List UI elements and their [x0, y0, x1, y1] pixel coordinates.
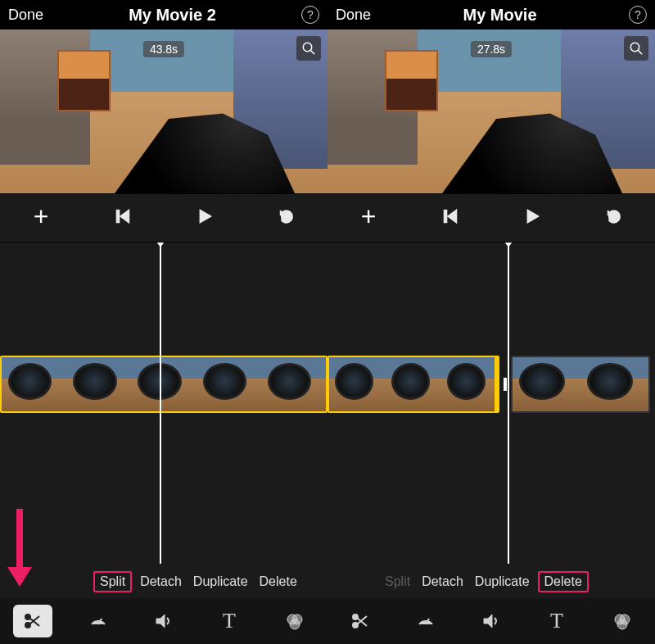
scissors-icon[interactable]: [341, 605, 380, 637]
video-clip-2[interactable]: [511, 356, 650, 413]
video-clip[interactable]: [0, 356, 328, 413]
bottom-toolbar: T: [328, 598, 655, 644]
clip-edit-actions: Split Detach Duplicate Delete: [328, 565, 655, 598]
skip-back-button[interactable]: [106, 207, 139, 229]
svg-point-27: [617, 619, 627, 629]
clip-edit-actions: Split Detach Duplicate Delete: [0, 565, 328, 598]
skip-back-button[interactable]: [434, 207, 467, 229]
video-preview[interactable]: 27.8s: [328, 29, 655, 193]
add-media-button[interactable]: +: [25, 202, 57, 232]
svg-marker-18: [528, 211, 539, 223]
svg-line-1: [310, 50, 314, 54]
editor-pane-left: Done My Movie 2 ? 43.8s +: [0, 0, 328, 644]
video-preview[interactable]: 43.8s: [0, 29, 328, 193]
help-icon[interactable]: ?: [629, 6, 647, 24]
svg-marker-4: [201, 211, 211, 223]
svg-marker-10: [156, 615, 165, 628]
volume-icon[interactable]: [144, 605, 183, 637]
transport-bar: +: [328, 193, 655, 243]
playhead[interactable]: [508, 243, 509, 564]
delete-action[interactable]: Delete: [260, 574, 297, 589]
time-indicator: 27.8s: [471, 41, 512, 57]
filters-icon[interactable]: [275, 605, 314, 637]
header-bar: Done My Movie ?: [328, 0, 655, 29]
volume-icon[interactable]: [472, 605, 511, 637]
undo-button[interactable]: [270, 207, 303, 229]
detach-action[interactable]: Detach: [140, 574, 182, 589]
clip-strip[interactable]: [328, 356, 650, 413]
timeline[interactable]: [328, 243, 655, 565]
project-title: My Movie 2: [129, 6, 216, 25]
text-icon[interactable]: T: [537, 605, 576, 637]
filters-icon[interactable]: [603, 605, 642, 637]
delete-action[interactable]: Delete: [538, 571, 589, 592]
timeline[interactable]: [0, 243, 328, 565]
play-button[interactable]: [188, 207, 221, 229]
svg-marker-17: [448, 211, 456, 223]
zoom-icon[interactable]: [296, 36, 321, 61]
split-action[interactable]: Split: [93, 571, 132, 592]
video-clip-1[interactable]: [328, 356, 499, 413]
svg-line-15: [638, 50, 642, 54]
time-indicator: 43.8s: [143, 41, 184, 57]
transport-bar: +: [0, 193, 328, 243]
detach-action[interactable]: Detach: [422, 574, 463, 589]
done-button[interactable]: Done: [8, 7, 43, 24]
zoom-icon[interactable]: [624, 36, 648, 61]
svg-marker-24: [484, 615, 492, 628]
help-icon[interactable]: ?: [301, 6, 319, 24]
duplicate-action[interactable]: Duplicate: [475, 574, 530, 589]
scene-window: [57, 50, 111, 111]
svg-rect-2: [117, 211, 120, 223]
duplicate-action[interactable]: Duplicate: [193, 574, 248, 589]
split-action: Split: [385, 574, 410, 589]
bottom-toolbar: T: [0, 598, 328, 644]
scene-window: [385, 50, 438, 111]
svg-rect-16: [445, 211, 447, 223]
undo-button[interactable]: [598, 207, 630, 229]
text-icon[interactable]: T: [210, 605, 249, 637]
playhead[interactable]: [160, 243, 161, 564]
svg-marker-3: [120, 211, 129, 223]
clip-strip[interactable]: [0, 356, 328, 413]
header-bar: Done My Movie 2 ?: [0, 0, 328, 29]
speed-icon[interactable]: [79, 605, 118, 637]
svg-point-13: [290, 619, 300, 629]
done-button[interactable]: Done: [336, 7, 371, 24]
play-button[interactable]: [516, 207, 549, 229]
speed-icon[interactable]: [406, 605, 445, 637]
add-media-button[interactable]: +: [352, 202, 385, 232]
project-title: My Movie: [463, 6, 537, 25]
editor-pane-right: Done My Movie ? 27.8s +: [328, 0, 655, 644]
scissors-icon[interactable]: [13, 605, 52, 637]
